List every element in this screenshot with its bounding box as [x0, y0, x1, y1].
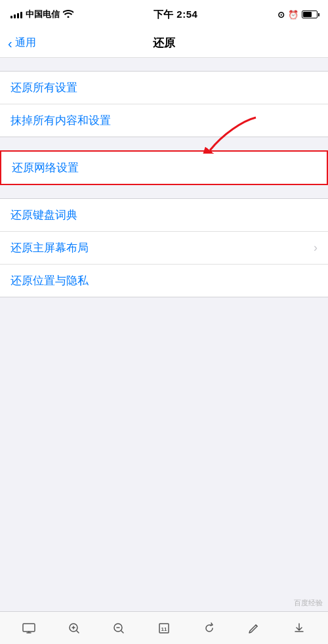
- battery-icon: [302, 11, 318, 18]
- list-item-erase-all[interactable]: 抹掉所有内容和设置: [0, 104, 328, 137]
- edit-button[interactable]: [242, 616, 266, 640]
- section-group-2: 还原键盘词典 还原主屏幕布局 › 还原位置与隐私: [0, 198, 328, 297]
- zoom-out-button[interactable]: [107, 616, 131, 640]
- signal-icon: [10, 11, 22, 18]
- home-screen-label: 还原主屏幕布局: [10, 240, 89, 255]
- watermark: 百度经验: [294, 598, 323, 608]
- reset-all-label: 还原所有设置: [10, 80, 77, 95]
- keyboard-label: 还原键盘词典: [10, 207, 77, 223]
- svg-rect-1: [23, 624, 35, 632]
- zoom-in-button[interactable]: [62, 616, 86, 640]
- back-chevron-icon: ‹: [8, 37, 12, 50]
- refresh-button[interactable]: [197, 616, 221, 640]
- carrier-label: 中国电信: [26, 9, 60, 20]
- nav-bar: ‹ 通用 还原: [0, 29, 328, 58]
- list-item-location[interactable]: 还原位置与隐私: [0, 265, 328, 297]
- status-right: ⊙ ⏰: [277, 10, 318, 20]
- svg-text:11: 11: [161, 626, 167, 632]
- bottom-toolbar: 11: [0, 611, 328, 644]
- reset-network-label: 还原网络设置: [12, 160, 79, 175]
- status-bar: 中国电信 下午 2:54 ⊙ ⏰: [0, 0, 328, 29]
- rotate-lock-icon: ⊙: [277, 10, 285, 20]
- page-title: 还原: [153, 35, 175, 51]
- download-button[interactable]: [287, 616, 311, 640]
- wifi-icon: [63, 10, 73, 20]
- list-item-keyboard[interactable]: 还原键盘词典: [0, 199, 328, 232]
- highlighted-section: 还原网络设置: [0, 150, 328, 185]
- monitor-button[interactable]: [17, 616, 41, 640]
- location-label: 还原位置与隐私: [10, 273, 89, 288]
- alarm-icon: ⏰: [288, 10, 298, 20]
- back-label: 通用: [15, 36, 36, 50]
- content-area: 还原所有设置 抹掉所有内容和设置 还原网络设置 还原键盘词典 还原主屏幕布局 ›: [0, 58, 328, 297]
- home-screen-chevron-icon: ›: [314, 241, 318, 255]
- list-item-reset-all[interactable]: 还原所有设置: [0, 72, 328, 104]
- list-item-home-screen[interactable]: 还原主屏幕布局 ›: [0, 232, 328, 265]
- erase-all-label: 抹掉所有内容和设置: [10, 113, 111, 128]
- status-time: 下午 2:54: [154, 9, 198, 21]
- back-button[interactable]: ‹ 通用: [8, 36, 36, 50]
- highlighted-item-network[interactable]: 还原网络设置: [0, 150, 328, 185]
- section-group-1: 还原所有设置 抹掉所有内容和设置: [0, 71, 328, 137]
- status-left: 中国电信: [10, 9, 73, 20]
- page-view-button[interactable]: 11: [152, 616, 176, 640]
